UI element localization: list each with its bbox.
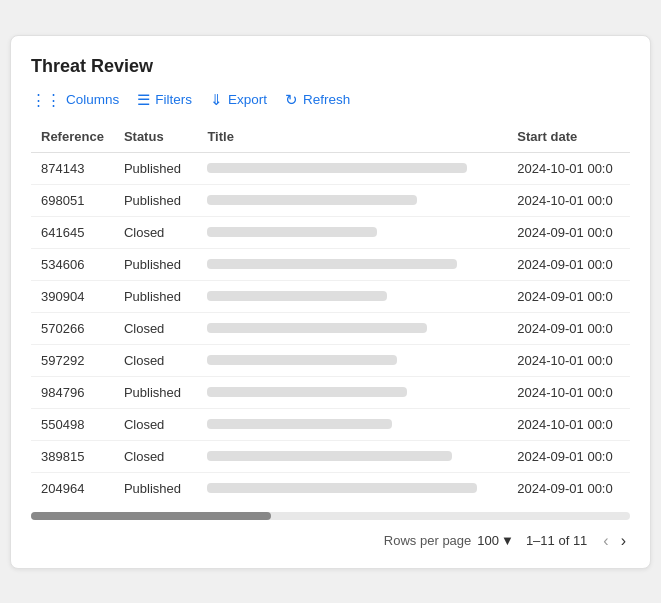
cell-title xyxy=(197,376,507,408)
cell-status: Published xyxy=(114,472,198,504)
cell-status: Closed xyxy=(114,440,198,472)
cell-status: Published xyxy=(114,376,198,408)
filters-button[interactable]: ☰ Filters xyxy=(137,91,192,109)
horizontal-scrollbar[interactable] xyxy=(31,512,630,520)
rows-per-page-control: Rows per page 100 ▼ xyxy=(384,533,514,548)
cell-title xyxy=(197,216,507,248)
cell-status: Closed xyxy=(114,216,198,248)
cell-reference: 698051 xyxy=(31,184,114,216)
cell-start-date: 2024-09-01 00:0 xyxy=(507,216,630,248)
table-row: 570266Closed2024-09-01 00:0 xyxy=(31,312,630,344)
prev-page-button[interactable]: ‹ xyxy=(599,530,612,552)
cell-start-date: 2024-09-01 00:0 xyxy=(507,472,630,504)
table-row: 550498Closed2024-10-01 00:0 xyxy=(31,408,630,440)
cell-start-date: 2024-10-01 00:0 xyxy=(507,376,630,408)
threat-review-card: Threat Review ⋮⋮ Columns ☰ Filters ⇓ Exp… xyxy=(10,35,651,569)
cell-reference: 390904 xyxy=(31,280,114,312)
col-header-startdate: Start date xyxy=(507,121,630,153)
export-button[interactable]: ⇓ Export xyxy=(210,91,267,109)
cell-start-date: 2024-09-01 00:0 xyxy=(507,280,630,312)
toolbar: ⋮⋮ Columns ☰ Filters ⇓ Export ↻ Refresh xyxy=(31,91,630,109)
cell-title xyxy=(197,152,507,184)
table-row: 204964Published2024-09-01 00:0 xyxy=(31,472,630,504)
pagination-info: 1–11 of 11 xyxy=(526,533,587,548)
cell-status: Published xyxy=(114,184,198,216)
cell-status: Closed xyxy=(114,344,198,376)
cell-start-date: 2024-10-01 00:0 xyxy=(507,344,630,376)
cell-reference: 570266 xyxy=(31,312,114,344)
cell-title xyxy=(197,312,507,344)
cell-reference: 550498 xyxy=(31,408,114,440)
columns-icon: ⋮⋮ xyxy=(31,91,61,109)
cell-title xyxy=(197,472,507,504)
cell-start-date: 2024-10-01 00:0 xyxy=(507,408,630,440)
table-row: 698051Published2024-10-01 00:0 xyxy=(31,184,630,216)
cell-reference: 534606 xyxy=(31,248,114,280)
threat-table: Reference Status Title Start date 874143… xyxy=(31,121,630,504)
cell-title xyxy=(197,280,507,312)
cell-status: Published xyxy=(114,280,198,312)
filters-icon: ☰ xyxy=(137,91,150,109)
table-footer: Rows per page 100 ▼ 1–11 of 11 ‹ › xyxy=(31,530,630,552)
cell-title xyxy=(197,344,507,376)
export-icon: ⇓ xyxy=(210,91,223,109)
dropdown-arrow-icon: ▼ xyxy=(501,533,514,548)
page-title: Threat Review xyxy=(31,56,630,77)
scrollbar-thumb xyxy=(31,512,271,520)
cell-reference: 597292 xyxy=(31,344,114,376)
next-page-button[interactable]: › xyxy=(617,530,630,552)
table-wrapper: Reference Status Title Start date 874143… xyxy=(31,121,630,504)
cell-title xyxy=(197,408,507,440)
cell-start-date: 2024-10-01 00:0 xyxy=(507,152,630,184)
cell-reference: 874143 xyxy=(31,152,114,184)
col-header-status: Status xyxy=(114,121,198,153)
table-row: 597292Closed2024-10-01 00:0 xyxy=(31,344,630,376)
cell-title xyxy=(197,440,507,472)
table-row: 534606Published2024-09-01 00:0 xyxy=(31,248,630,280)
table-row: 389815Closed2024-09-01 00:0 xyxy=(31,440,630,472)
cell-reference: 984796 xyxy=(31,376,114,408)
pagination-controls: ‹ › xyxy=(599,530,630,552)
cell-status: Closed xyxy=(114,408,198,440)
table-header-row: Reference Status Title Start date xyxy=(31,121,630,153)
rows-per-page-select[interactable]: 100 ▼ xyxy=(477,533,514,548)
table-row: 984796Published2024-10-01 00:0 xyxy=(31,376,630,408)
cell-title xyxy=(197,248,507,280)
cell-reference: 641645 xyxy=(31,216,114,248)
rows-per-page-label: Rows per page xyxy=(384,533,471,548)
table-row: 390904Published2024-09-01 00:0 xyxy=(31,280,630,312)
cell-start-date: 2024-09-01 00:0 xyxy=(507,440,630,472)
cell-reference: 389815 xyxy=(31,440,114,472)
cell-title xyxy=(197,184,507,216)
col-header-title: Title xyxy=(197,121,507,153)
cell-status: Published xyxy=(114,248,198,280)
cell-status: Closed xyxy=(114,312,198,344)
table-row: 874143Published2024-10-01 00:0 xyxy=(31,152,630,184)
cell-start-date: 2024-09-01 00:0 xyxy=(507,248,630,280)
columns-button[interactable]: ⋮⋮ Columns xyxy=(31,91,119,109)
refresh-button[interactable]: ↻ Refresh xyxy=(285,91,350,109)
cell-reference: 204964 xyxy=(31,472,114,504)
cell-start-date: 2024-10-01 00:0 xyxy=(507,184,630,216)
cell-status: Published xyxy=(114,152,198,184)
refresh-icon: ↻ xyxy=(285,91,298,109)
table-row: 641645Closed2024-09-01 00:0 xyxy=(31,216,630,248)
cell-start-date: 2024-09-01 00:0 xyxy=(507,312,630,344)
col-header-reference: Reference xyxy=(31,121,114,153)
